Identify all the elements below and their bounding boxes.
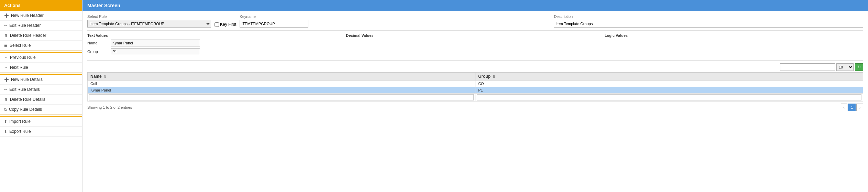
table-row[interactable]: Kynar PanelP1 xyxy=(88,87,863,94)
next-page-button[interactable]: › xyxy=(856,104,863,111)
values-row: Text Values Name Group Decimal Values Lo… xyxy=(87,33,863,57)
key-first-checkbox[interactable] xyxy=(215,22,219,27)
col-header-name[interactable]: Name ⇅ xyxy=(88,73,475,81)
sort-icon-group: ⇅ xyxy=(493,75,495,78)
sidebar-label-new-rule-details: New Rule Details xyxy=(11,77,43,82)
key-first-label: Key First xyxy=(220,22,236,27)
import-icon: ⬆ xyxy=(4,119,7,124)
table-search-row xyxy=(88,94,863,102)
sidebar-item-new-rule-details[interactable]: ➕ New Rule Details xyxy=(0,75,82,85)
sidebar-item-select-rule[interactable]: ☰ Select Rule xyxy=(0,41,82,51)
group-input[interactable] xyxy=(111,48,200,55)
name-row: Name xyxy=(87,40,342,46)
table-search-input[interactable] xyxy=(780,63,835,71)
edit-icon: ✏ xyxy=(4,23,7,28)
table-footer: Showing 1 to 2 of 2 entries ‹ 1 › xyxy=(87,104,863,111)
logic-values-title: Logic Values xyxy=(605,33,860,38)
sidebar-label-import-rule: Import Rule xyxy=(9,119,31,124)
key-first-row: Key First xyxy=(215,22,236,27)
description-label: Description xyxy=(554,14,863,19)
divider-line-2 xyxy=(87,60,863,61)
arrow-right-icon: → xyxy=(4,65,8,70)
top-right-fields: Keyname Description xyxy=(240,14,863,28)
keyname-label: Keyname xyxy=(240,14,549,19)
text-values-title: Text Values xyxy=(87,33,342,38)
sidebar-item-edit-rule-details[interactable]: ✏ Edit Rule Details xyxy=(0,85,82,95)
logic-values-section: Logic Values xyxy=(605,33,863,57)
table-cell-name: Coil xyxy=(88,81,475,87)
text-values-section: Text Values Name Group xyxy=(87,33,346,57)
showing-text: Showing 1 to 2 of 2 entries xyxy=(87,105,132,109)
sidebar-label-select-rule: Select Rule xyxy=(10,43,31,48)
divider-line-1 xyxy=(87,30,863,31)
sidebar-item-next-rule[interactable]: → Next Rule xyxy=(0,63,82,73)
table-controls: 10 25 50 ↻ xyxy=(87,63,863,71)
col-search-group[interactable] xyxy=(477,94,861,100)
sidebar: Actions ➕ New Rule Header ✏ Edit Rule He… xyxy=(0,0,83,192)
plus-icon-2: ➕ xyxy=(4,77,9,82)
refresh-button[interactable]: ↻ xyxy=(855,63,863,71)
group-row: Group xyxy=(87,48,342,55)
sidebar-header: Actions xyxy=(0,0,82,11)
pagination: ‹ 1 › xyxy=(841,104,863,111)
top-fields-row: Select Rule Item Template Groups - ITEMT… xyxy=(87,14,863,28)
plus-icon: ➕ xyxy=(4,13,9,18)
sort-icon-name: ⇅ xyxy=(104,75,107,78)
group-field-label: Group xyxy=(87,50,108,54)
sidebar-item-edit-rule-header[interactable]: ✏ Edit Rule Header xyxy=(0,21,82,31)
refresh-icon: ↻ xyxy=(857,65,861,70)
table-row[interactable]: CoilCO xyxy=(88,81,863,87)
table-cell-group: CO xyxy=(475,81,863,87)
col-header-group[interactable]: Group ⇅ xyxy=(475,73,863,81)
sidebar-label-copy-rule-details: Copy Rule Details xyxy=(9,107,42,112)
table-cell-name: Kynar Panel xyxy=(88,87,475,94)
select-rule-block: Select Rule Item Template Groups - ITEMT… xyxy=(87,14,211,28)
main-area: Master Screen Select Rule Item Template … xyxy=(83,0,868,192)
sidebar-label-edit-rule-header: Edit Rule Header xyxy=(9,23,41,28)
decimal-values-section: Decimal Values xyxy=(346,33,604,57)
table-header-row: Name ⇅ Group ⇅ xyxy=(88,73,863,81)
select-rule-dropdown[interactable]: Item Template Groups - ITEMTEMPGROUP xyxy=(87,20,211,28)
sidebar-item-delete-rule-header[interactable]: 🗑 Delete Rule Header xyxy=(0,31,82,41)
sidebar-label-delete-rule-header: Delete Rule Header xyxy=(10,33,46,38)
sidebar-label-new-rule-header: New Rule Header xyxy=(11,13,44,18)
main-content: Select Rule Item Template Groups - ITEMT… xyxy=(83,11,868,192)
select-rule-label: Select Rule xyxy=(87,14,211,19)
delete-icon: 🗑 xyxy=(4,33,8,38)
sidebar-item-import-rule[interactable]: ⬆ Import Rule xyxy=(0,117,82,127)
edit-icon-2: ✏ xyxy=(4,87,7,92)
page-size-select[interactable]: 10 25 50 xyxy=(836,63,854,71)
data-table: Name ⇅ Group ⇅ CoilCOKynar PanelP1 xyxy=(87,72,863,102)
col-search-name[interactable] xyxy=(89,94,474,100)
sidebar-label-next-rule: Next Rule xyxy=(10,65,28,70)
name-input[interactable] xyxy=(111,40,200,46)
sidebar-label-previous-rule: Previous Rule xyxy=(10,55,36,60)
prev-page-button[interactable]: ‹ xyxy=(841,104,848,111)
sidebar-item-new-rule-header[interactable]: ➕ New Rule Header xyxy=(0,11,82,21)
arrow-left-icon: ← xyxy=(4,55,8,60)
keyname-block: Keyname xyxy=(240,14,549,28)
main-title: Master Screen xyxy=(83,0,868,11)
sidebar-label-edit-rule-details: Edit Rule Details xyxy=(9,87,40,92)
description-input[interactable] xyxy=(554,20,863,28)
keyname-input[interactable] xyxy=(240,20,308,28)
sidebar-item-export-rule[interactable]: ⬇ Export Rule xyxy=(0,127,82,137)
export-icon: ⬇ xyxy=(4,129,7,134)
name-field-label: Name xyxy=(87,41,108,45)
delete-icon-2: 🗑 xyxy=(4,97,8,102)
sidebar-item-previous-rule[interactable]: ← Previous Rule xyxy=(0,53,82,63)
page-1-button[interactable]: 1 xyxy=(848,104,856,111)
sidebar-item-copy-rule-details[interactable]: ⧉ Copy Rule Details xyxy=(0,105,82,115)
description-block: Description xyxy=(554,14,863,28)
sidebar-item-delete-rule-details[interactable]: 🗑 Delete Rule Details xyxy=(0,95,82,105)
table-cell-group: P1 xyxy=(475,87,863,94)
sidebar-label-export-rule: Export Rule xyxy=(9,129,31,134)
sidebar-label-delete-rule-details: Delete Rule Details xyxy=(10,97,45,102)
list-icon: ☰ xyxy=(4,43,8,48)
decimal-values-title: Decimal Values xyxy=(346,33,601,38)
copy-icon: ⧉ xyxy=(4,107,7,112)
table-body: CoilCOKynar PanelP1 xyxy=(88,81,863,94)
